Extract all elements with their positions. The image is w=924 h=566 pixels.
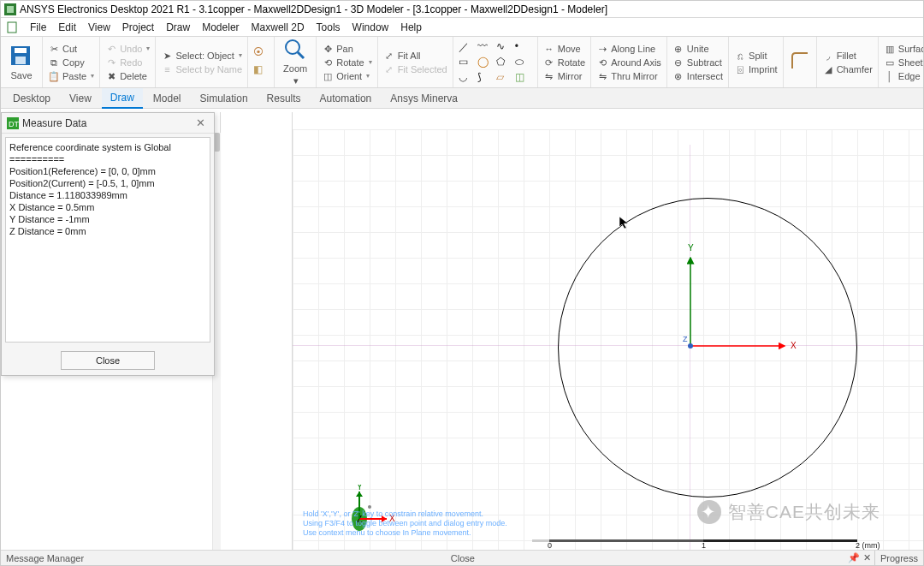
tab-model[interactable]: Model <box>145 89 190 108</box>
rotate-obj-button[interactable]: ⟳Rotate <box>543 57 585 69</box>
ellipse-icon[interactable]: ⬭ <box>515 56 532 69</box>
modeler-canvas[interactable]: X Y Z Z X Y Hold 'X','Y', or 'Z' key to … <box>293 129 923 550</box>
delete-icon: ✖ <box>105 70 117 82</box>
status-progress[interactable]: Progress <box>875 553 923 563</box>
menu-maxwell2d[interactable]: Maxwell 2D <box>252 21 305 33</box>
help-line-1: Hold 'X','Y', or 'Z' key to constrain re… <box>303 509 507 519</box>
menu-edit[interactable]: Edit <box>58 21 76 33</box>
imprint-button[interactable]: ⌻Imprint <box>734 63 778 75</box>
unite-icon: ⊕ <box>672 43 684 55</box>
subtract-button[interactable]: ⊖Subtract <box>672 57 723 69</box>
zoom-button[interactable]: Zoom▾ <box>280 36 311 88</box>
tab-desktop[interactable]: Desktop <box>4 89 59 108</box>
ribbon-group-round <box>784 37 817 87</box>
around-axis-button[interactable]: ⟲Around Axis <box>596 57 661 69</box>
mirror-icon: ⇋ <box>543 70 555 82</box>
select-by-name[interactable]: ≡Select by Name <box>161 63 242 75</box>
redo-icon: ↷ <box>105 57 117 69</box>
undo-button[interactable]: ↶Undo▾ <box>105 43 150 55</box>
dialog-title-bar[interactable]: DT Measure Data ✕ <box>2 113 214 134</box>
tab-ansys-minerva[interactable]: Ansys Minerva <box>382 89 466 108</box>
copy-icon: ⧉ <box>48 57 60 69</box>
ribbon-group-fit: ⤢Fit All ⤢Fit Selected <box>378 37 453 87</box>
fillet-button[interactable]: ◞Fillet <box>822 50 873 62</box>
list-icon: ≡ <box>161 63 173 75</box>
measure-line: Y Distance = -1mm <box>9 213 206 225</box>
line-icon[interactable]: ／ <box>459 40 476 54</box>
mirror-button[interactable]: ⇋Mirror <box>543 70 585 82</box>
redo-button[interactable]: ↷Redo <box>105 57 150 69</box>
edge-button[interactable]: │Edge▾ <box>884 70 924 82</box>
menu-help[interactable]: Help <box>400 21 422 33</box>
fit-selected-button[interactable]: ⤢Fit Selected <box>383 63 447 75</box>
paste-button[interactable]: 📋Paste▾ <box>48 70 94 82</box>
undo-icon: ↶ <box>105 43 117 55</box>
menu-file[interactable]: File <box>30 21 46 33</box>
menu-draw[interactable]: Draw <box>166 21 190 33</box>
sheet-button[interactable]: ▭Sheet▾ <box>884 57 924 69</box>
eyedrop-icon[interactable]: ⦿ <box>253 46 269 62</box>
status-close[interactable]: Close <box>446 553 480 563</box>
select-mode[interactable]: ➤Select: Object▾ <box>161 50 242 62</box>
menu-tools[interactable]: Tools <box>317 21 341 33</box>
mouse-cursor <box>618 215 631 229</box>
svg-rect-2 <box>8 22 16 33</box>
menu-window[interactable]: Window <box>352 21 389 33</box>
delete-button[interactable]: ✖Delete <box>105 70 150 82</box>
dialog-icon: DT <box>7 117 19 129</box>
chamfer-button[interactable]: ◢Chamfer <box>822 63 873 75</box>
menu-project[interactable]: Project <box>122 21 154 33</box>
orient-button[interactable]: ◫Orient▾ <box>322 70 371 82</box>
arc-icon[interactable]: ◡ <box>459 71 476 85</box>
rotate-view-button[interactable]: ⟲Rotate▾ <box>322 57 371 69</box>
intersect-button[interactable]: ⊗Intersect <box>672 70 723 82</box>
status-message-manager[interactable]: Message Manager <box>1 553 89 563</box>
save-button[interactable]: Save <box>6 43 37 82</box>
plane-icon[interactable]: ▱ <box>496 71 513 85</box>
dialog-close-button[interactable]: ✕ <box>192 116 209 129</box>
split-button[interactable]: ⎌Split <box>734 50 778 62</box>
ribbon-group-fillet: ◞Fillet ◢Chamfer <box>817 37 879 87</box>
scroll-thumb[interactable] <box>214 133 220 152</box>
ribbon-group-shapes: ／ 〰 ∿ • ▭ ◯ ⬠ ⬭ ◡ ⟆ ▱ ◫ <box>453 37 538 87</box>
tab-automation[interactable]: Automation <box>311 89 381 108</box>
status-pin-icon[interactable]: 📌 <box>848 552 860 563</box>
region-icon[interactable]: ◫ <box>515 71 532 85</box>
pan-button[interactable]: ✥Pan <box>322 43 371 55</box>
poly-icon[interactable]: ⬠ <box>496 56 513 69</box>
menu-view[interactable]: View <box>88 21 110 33</box>
move-button[interactable]: ↔Move <box>543 43 585 55</box>
thru-mirror-button[interactable]: ⇋Thru Mirror <box>596 70 661 82</box>
edge-icon: │ <box>884 70 896 82</box>
tab-results[interactable]: Results <box>258 89 310 108</box>
ribbon-group-zoom: Zoom▾ <box>275 37 317 87</box>
sweep-icon[interactable]: ⟆ <box>477 71 495 85</box>
thru-mirror-icon: ⇋ <box>596 70 608 82</box>
status-x-icon[interactable]: ✕ <box>860 552 874 563</box>
chamfer-icon: ◢ <box>822 63 834 75</box>
dialog-close-btn[interactable]: Close <box>61 351 155 370</box>
svg-rect-20 <box>532 539 549 542</box>
tab-draw[interactable]: Draw <box>102 88 143 109</box>
circle-icon[interactable]: ◯ <box>477 56 495 69</box>
measure-line: Position2(Current) = [-0.5, 1, 0]mm <box>9 177 206 189</box>
svg-text:DT: DT <box>9 120 19 128</box>
menu-modeler[interactable]: Modeler <box>202 21 239 33</box>
unite-button[interactable]: ⊕Unite <box>672 43 723 55</box>
ribbon-group-transform: ↔Move ⟳Rotate ⇋Mirror <box>538 37 591 87</box>
paint-icon[interactable]: ◧ <box>253 63 269 79</box>
surface-button[interactable]: ▥Surface▾ <box>884 43 924 55</box>
measure-line: X Distance = 0.5mm <box>9 201 206 213</box>
fillet-big-icon[interactable] <box>789 50 811 74</box>
curve-icon[interactable]: ∿ <box>496 40 513 54</box>
tab-view[interactable]: View <box>61 89 100 108</box>
tab-simulation[interactable]: Simulation <box>192 89 257 108</box>
copy-button[interactable]: ⧉Copy <box>48 57 94 69</box>
rotate2-icon: ⟳ <box>543 57 555 69</box>
point-icon[interactable]: • <box>515 40 532 54</box>
fit-all-button[interactable]: ⤢Fit All <box>383 50 447 62</box>
along-line-button[interactable]: ⇢Along Line <box>596 43 661 55</box>
cut-button[interactable]: ✂Cut <box>48 43 94 55</box>
spline-icon[interactable]: 〰 <box>477 40 495 54</box>
rect-icon[interactable]: ▭ <box>459 56 476 69</box>
